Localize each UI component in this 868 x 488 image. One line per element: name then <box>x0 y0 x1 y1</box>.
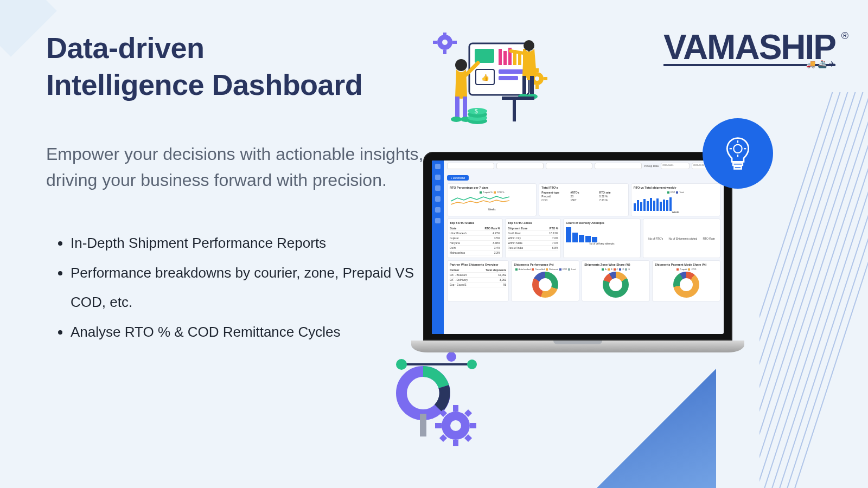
svg-rect-58 <box>734 166 741 169</box>
page-title: Data-driven Intelligence Dashboard <box>46 30 426 103</box>
bar-chart-icon <box>566 226 638 242</box>
title-line-2: Intelligence Dashboard <box>46 68 362 101</box>
filter-pill <box>595 163 642 169</box>
svg-point-29 <box>524 40 534 51</box>
analytics-search-illustration <box>391 352 488 450</box>
registered-mark: ® <box>841 30 847 42</box>
donut-chart-icon <box>673 272 699 298</box>
laptop-mockup: Pickup Date 2023-04-01 2023-07-26 ↓ Down… <box>423 152 732 352</box>
svg-rect-49 <box>453 405 458 412</box>
card-payment-mode-share: Shipments Payment Mode Share (%) Prepaid… <box>652 260 720 301</box>
svg-rect-3 <box>503 51 507 65</box>
card-metrics: No of RTO's No of Shipments picked RTO R… <box>643 219 720 258</box>
svg-rect-17 <box>433 41 437 44</box>
idea-badge <box>703 118 773 189</box>
svg-rect-9 <box>499 76 518 80</box>
card-delivery-attempts: Count of Delivery Attempts No of deliver… <box>563 219 641 258</box>
feature-bullet: Performance breakdowns by courier, zone,… <box>71 258 426 317</box>
download-button: ↓ Download <box>447 175 469 181</box>
svg-text:👍: 👍 <box>481 73 489 81</box>
card-top-rto-states: Top 5 RTO States StateRTO Rate % Uttar P… <box>447 219 503 258</box>
svg-rect-26 <box>463 97 467 118</box>
filter-bar: Pickup Date 2023-04-01 2023-07-26 <box>447 163 720 169</box>
filter-pill <box>546 163 593 169</box>
dashboard-screenshot: Pickup Date 2023-04-01 2023-07-26 ↓ Down… <box>432 160 724 334</box>
svg-rect-21 <box>535 85 539 89</box>
svg-point-43 <box>446 352 456 362</box>
app-sidebar <box>432 160 444 334</box>
card-rto-vs-total-weekly: RTO vs Total shipment weekly RTOTotal We… <box>631 183 720 216</box>
svg-rect-46 <box>420 414 426 436</box>
svg-rect-25 <box>455 97 459 118</box>
card-rto-percentage-7days: RTO Percentage per 7 days Prepaid %COD %… <box>447 183 537 216</box>
svg-rect-14 <box>443 33 446 35</box>
svg-point-19 <box>535 76 539 81</box>
svg-rect-52 <box>435 423 442 428</box>
svg-rect-8 <box>499 69 526 74</box>
svg-rect-34 <box>502 97 534 100</box>
team-analytics-illustration: 👍 <box>431 33 551 146</box>
card-total-rto: Total RTO's Payment type#RTOsRTO rate Pr… <box>539 183 628 216</box>
svg-rect-16 <box>452 41 457 44</box>
svg-point-42 <box>396 359 407 370</box>
feature-bullet: In-Depth Shipment Performance Reports <box>71 228 426 258</box>
svg-point-24 <box>455 59 467 71</box>
svg-rect-1 <box>475 49 494 63</box>
date-from: 2023-04-01 <box>661 163 690 169</box>
svg-rect-22 <box>544 77 547 80</box>
laptop-screen-bezel: Pickup Date 2023-04-01 2023-07-26 ↓ Down… <box>423 152 732 341</box>
laptop-base <box>411 341 744 352</box>
svg-rect-15 <box>443 50 446 54</box>
filter-pill <box>496 163 544 169</box>
card-top-rto-zones: Top 5 RTO Zones Shipment ZoneRTO % North… <box>505 219 561 258</box>
page-subtitle: Empower your decisions with actionable i… <box>46 141 426 193</box>
lightbulb-gear-icon <box>719 134 757 172</box>
svg-rect-31 <box>530 76 534 95</box>
svg-point-59 <box>733 145 742 153</box>
donut-chart-icon <box>532 272 558 298</box>
svg-rect-30 <box>522 76 526 95</box>
svg-rect-51 <box>470 423 476 428</box>
svg-rect-35 <box>513 100 516 121</box>
svg-rect-57 <box>733 163 743 165</box>
pickup-date-label: Pickup Date <box>644 164 659 168</box>
svg-rect-2 <box>499 49 502 65</box>
brand-logo: VAMASHIP ® 🚚 🚢 ✈ <box>663 27 835 66</box>
app-body: Pickup Date 2023-04-01 2023-07-26 ↓ Down… <box>444 160 724 334</box>
feature-bullet-list: In-Depth Shipment Performance Reports Pe… <box>46 228 426 346</box>
brand-transport-icons: 🚚 🚢 ✈ <box>806 60 835 68</box>
svg-point-27 <box>451 117 462 122</box>
svg-point-44 <box>467 359 477 369</box>
svg-text:$: $ <box>475 108 478 114</box>
svg-point-48 <box>450 420 461 431</box>
decor-diagonal-lines <box>760 92 868 488</box>
card-shipments-performance: Shipments Performance (%) Auto bookedCan… <box>511 260 579 301</box>
hero-text-block: Data-driven Intelligence Dashboard Empow… <box>46 30 426 346</box>
feature-bullet: Analyse RTO % & COD Remittance Cycles <box>71 317 426 347</box>
title-line-1: Data-driven <box>46 31 205 64</box>
svg-rect-50 <box>453 440 458 446</box>
svg-point-13 <box>442 40 448 45</box>
decor-triangle-bottom <box>575 369 716 488</box>
donut-chart-icon <box>603 272 629 298</box>
bar-chart-icon <box>634 195 718 211</box>
card-partner-overview: Partner Wise Shipments Overview PartnerT… <box>447 260 509 301</box>
card-zone-wise-share: Shipments Zone-Wise Share (%) ABCDE <box>582 260 650 301</box>
line-chart-icon <box>450 194 534 208</box>
filter-pill <box>447 163 494 169</box>
